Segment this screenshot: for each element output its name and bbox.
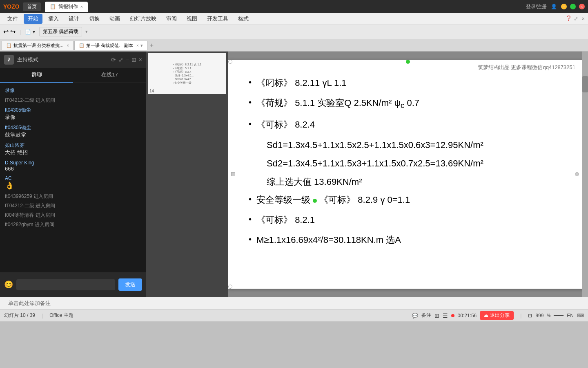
send-button[interactable]: 发送 — [118, 278, 142, 291]
grid-view-icon[interactable]: ⊞ — [434, 312, 439, 319]
menu-view[interactable]: 视图 — [183, 14, 201, 24]
chat-text: 鼓掌鼓掌 — [5, 131, 141, 139]
notes-button[interactable]: 备注 — [421, 312, 431, 319]
title-bar-right: 登录/注册 👤 − □ × — [526, 3, 585, 10]
sidebar-refresh-icon[interactable]: ⟳ — [111, 56, 116, 63]
chat-text: 👌 — [5, 181, 141, 190]
tab-more[interactable]: ▾ — [140, 43, 143, 48]
handle-tl[interactable] — [228, 60, 232, 64]
list-item: 如山浓雾 大招 绝招 — [0, 140, 146, 158]
exit-share-button[interactable]: ⏏ 退出分享 — [480, 311, 514, 320]
green-dot-span — [313, 195, 317, 205]
tab-online[interactable]: 在线17 — [73, 68, 146, 83]
chat-input[interactable] — [16, 279, 115, 290]
bullet-4: • — [249, 193, 252, 205]
chat-input-area: 😊 发送 — [0, 272, 146, 297]
handle-top[interactable] — [406, 60, 410, 64]
menu-start[interactable]: 开始 — [24, 14, 42, 24]
sidebar-controls: ⟳ ⤢ − ⊞ × — [111, 56, 142, 63]
app-tab-close[interactable]: × — [80, 4, 83, 9]
sidebar-minus-icon[interactable]: − — [126, 56, 129, 63]
app-logo: YOZO — [3, 3, 20, 10]
dropdown-icon[interactable]: ▾ — [85, 29, 88, 34]
menu-slideshow[interactable]: 幻灯片放映 — [126, 14, 160, 24]
chat-messages: 录像 fT04212-二级 进入房间 ft04305锄尘 录像 ft04305锄… — [0, 83, 146, 272]
chat-username: D.Super King — [5, 160, 34, 166]
slide-thumbnail-panel: •《叼标》8.2.11 γL 1.1 •《荷规》5.1.1 •《可标》8.2.4… — [146, 52, 228, 297]
indent-1: Sd1=1.3x4.5+1.1x1.5x2.5+1.1x1.5x0.6x3=12… — [267, 138, 567, 152]
next-slide-button[interactable] — [575, 172, 579, 176]
maximize-button[interactable]: □ — [570, 4, 576, 9]
input-method-icon[interactable]: ⌨ — [577, 313, 584, 319]
minimize-button[interactable]: − — [561, 4, 567, 9]
chat-username: 如山浓雾 — [5, 142, 24, 148]
sidebar-header: 🎙 主持模式 ⟳ ⤢ − ⊞ × — [0, 52, 146, 68]
toolbar: ↩ ↪ | 📄 ▾ 第五课 偶然荷载 ▾ — [0, 25, 588, 39]
comment-icon[interactable]: 💬 — [412, 313, 418, 319]
list-item: ft04282gbym 进入房间 — [0, 220, 146, 229]
chat-text: 666 — [5, 166, 141, 172]
slide-thumbnail-14[interactable]: •《叼标》8.2.11 γL 1.1 •《荷规》5.1.1 •《可标》8.2.4… — [148, 53, 226, 94]
emoji-button[interactable]: 😊 — [4, 280, 13, 289]
list-view-icon[interactable]: ☰ — [443, 312, 448, 319]
zoom-level: 999 — [535, 313, 543, 319]
bullet-6: • — [249, 233, 252, 245]
language-indicator[interactable]: EN — [567, 313, 574, 319]
help-icon[interactable]: ? — [566, 14, 570, 23]
record-dot — [451, 314, 454, 317]
menu-dev[interactable]: 开发工具 — [203, 14, 232, 24]
redo-button[interactable]: ↪ — [10, 28, 16, 36]
document-tab-bar: 📋 抗震第一课 分类标准抗... × 📋 第一课 荷载规范. - 副本 × ▾ … — [0, 39, 588, 52]
document-scrollbar[interactable] — [582, 52, 588, 297]
list-item: ft043996259 进入房间 — [0, 192, 146, 201]
notes-bar[interactable]: 单击此处添加备注 — [0, 297, 588, 309]
content-text-1: 《叼标》 8.2.11 γL 1.1 — [256, 76, 347, 90]
undo-button[interactable]: ↩ — [3, 28, 9, 36]
document-page: 筑梦结构出品 更多课程微信qq412873251 • 《叼标》 8.2.11 γ… — [228, 60, 588, 289]
app-tab[interactable]: 📋 简报制作 × — [45, 2, 88, 12]
list-item: ft04305锄尘 录像 — [0, 105, 146, 123]
list-item: D.Super King 666 — [0, 158, 146, 173]
menu-animation[interactable]: 动画 — [105, 14, 124, 24]
status-left: 幻灯片 10 / 39 | Office 主题 — [4, 312, 74, 319]
slide-info: 幻灯片 10 / 39 — [4, 312, 35, 319]
next-slide-area — [575, 172, 579, 176]
notes-placeholder: 单击此处添加备注 — [8, 300, 51, 307]
menu-file[interactable]: 文件 — [3, 14, 22, 24]
chat-username: AC — [5, 175, 12, 181]
breadcrumb: 第五课 偶然荷载 — [39, 27, 82, 36]
doc-tab-close-1[interactable]: × — [136, 43, 139, 48]
doc-tab-1[interactable]: 📋 第一课 荷载规范. - 副本 × ▾ — [74, 41, 147, 50]
add-tab-button[interactable]: + — [150, 42, 154, 49]
menu-format[interactable]: 格式 — [234, 14, 253, 24]
exit-share-label: 退出分享 — [490, 312, 510, 319]
tab-group-chat[interactable]: 群聊 — [0, 68, 73, 83]
online-count: 在线17 — [101, 72, 118, 78]
sidebar-grid-icon[interactable]: ⊞ — [131, 56, 136, 63]
handle-bl[interactable] — [228, 285, 232, 289]
doc-tab-0[interactable]: 📋 抗震第一课 分类标准抗... × — [2, 41, 74, 50]
menu-transition[interactable]: 切换 — [85, 14, 104, 24]
doc-tab-close-0[interactable]: × — [67, 43, 69, 48]
close-button[interactable]: × — [579, 4, 585, 9]
home-button[interactable]: 首页 — [23, 2, 41, 11]
list-item: fT04212-二级 进入房间 — [0, 201, 146, 211]
login-button[interactable]: 登录/注册 — [526, 3, 547, 10]
zoom-fit-icon[interactable]: ⊡ — [528, 313, 532, 319]
menu-insert[interactable]: 插入 — [44, 14, 63, 24]
zoom-slider[interactable]: ━━━━ — [554, 313, 564, 318]
window-resize-icon[interactable]: ⤢ — [574, 16, 578, 22]
content-item-1: • 《叼标》 8.2.11 γL 1.1 — [249, 76, 567, 90]
window-close-icon[interactable]: × — [581, 16, 585, 22]
sidebar-expand-icon[interactable]: ⤢ — [118, 56, 123, 63]
watermark: 筑梦结构出品 更多课程微信qq412873251 — [478, 64, 575, 71]
content-item-2: • 《荷规》 5.1.1 实验室Q 2.5KN/m² ψc 0.7 — [249, 96, 567, 111]
scrollbar-thumb[interactable] — [582, 76, 588, 92]
prev-slide-button[interactable] — [231, 172, 235, 176]
save-dropdown[interactable]: ▾ — [33, 29, 35, 35]
menu-design[interactable]: 设计 — [65, 14, 83, 24]
sidebar-close-icon[interactable]: × — [139, 56, 142, 63]
slide-content-2: • 安全等级一级 《可标》 8.2.9 γ 0=1.1 • 《可标》 8.2.1… — [249, 193, 567, 247]
record-indicator — [451, 313, 454, 319]
menu-review[interactable]: 审阅 — [162, 14, 181, 24]
